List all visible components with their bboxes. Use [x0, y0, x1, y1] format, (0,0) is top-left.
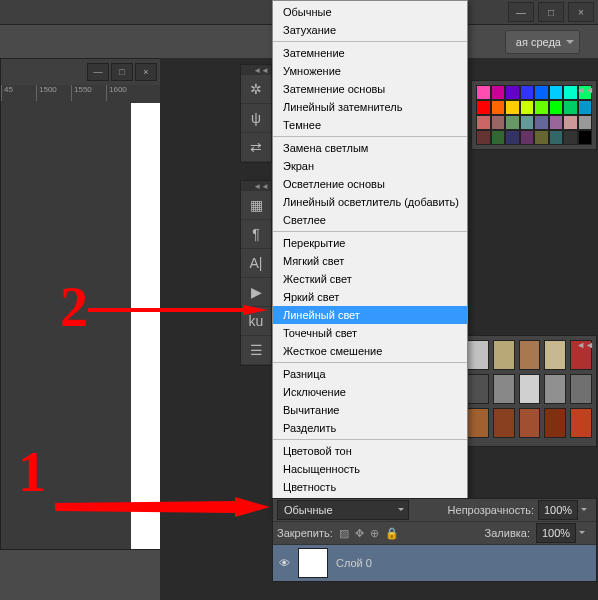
- blend-mode-item[interactable]: Точечный свет: [273, 324, 467, 342]
- blend-mode-item[interactable]: Линейный свет: [273, 306, 467, 324]
- lock-pixels-icon[interactable]: ▨: [339, 527, 349, 540]
- blend-mode-item[interactable]: Экран: [273, 157, 467, 175]
- blend-mode-item[interactable]: Умножение: [273, 62, 467, 80]
- swatch[interactable]: [549, 130, 564, 145]
- swatch[interactable]: [476, 85, 491, 100]
- blend-mode-item[interactable]: Насыщенность: [273, 460, 467, 478]
- swap-icon[interactable]: ⇄: [241, 133, 271, 162]
- swatch[interactable]: [578, 100, 593, 115]
- blend-mode-item[interactable]: Яркий свет: [273, 288, 467, 306]
- navigator-icon[interactable]: ✲: [241, 75, 271, 104]
- style-swatch[interactable]: [544, 340, 566, 370]
- blend-mode-item[interactable]: Перекрытие: [273, 234, 467, 252]
- blend-mode-item[interactable]: Затемнение основы: [273, 80, 467, 98]
- doc-minimize-button[interactable]: —: [87, 63, 109, 81]
- close-button[interactable]: ×: [568, 2, 594, 22]
- visibility-icon[interactable]: 👁: [279, 557, 290, 569]
- blend-mode-item[interactable]: Линейный затемнитель: [273, 98, 467, 116]
- properties-icon[interactable]: ▦: [241, 191, 271, 220]
- swatch[interactable]: [491, 130, 506, 145]
- swatch[interactable]: [476, 115, 491, 130]
- blend-mode-item[interactable]: Мягкий свет: [273, 252, 467, 270]
- blend-mode-item[interactable]: Обычные: [273, 3, 467, 21]
- canvas[interactable]: [131, 103, 161, 549]
- style-swatch[interactable]: [570, 408, 592, 438]
- swatch[interactable]: [534, 100, 549, 115]
- swatch[interactable]: [534, 115, 549, 130]
- strip-collapse[interactable]: ◄◄: [241, 65, 271, 75]
- swatch[interactable]: [563, 100, 578, 115]
- swatch[interactable]: [505, 115, 520, 130]
- blend-mode-item[interactable]: Разница: [273, 365, 467, 383]
- swatches-collapse[interactable]: ◄◄: [576, 85, 594, 95]
- style-swatch[interactable]: [467, 374, 489, 404]
- strip-collapse-2[interactable]: ◄◄: [241, 181, 271, 191]
- lock-move-icon[interactable]: ⊕: [370, 527, 379, 540]
- blend-mode-item[interactable]: Затухание: [273, 21, 467, 39]
- swatch[interactable]: [578, 115, 593, 130]
- blend-mode-item[interactable]: Затемнение: [273, 44, 467, 62]
- swatch[interactable]: [549, 100, 564, 115]
- swatch[interactable]: [520, 100, 535, 115]
- swatch[interactable]: [520, 130, 535, 145]
- blend-mode-item[interactable]: Линейный осветлитель (добавить): [273, 193, 467, 211]
- blend-mode-select[interactable]: Обычные: [277, 500, 409, 520]
- swatch[interactable]: [534, 85, 549, 100]
- blend-mode-item[interactable]: Светлее: [273, 211, 467, 229]
- blend-mode-item[interactable]: Разделить: [273, 419, 467, 437]
- layers-icon[interactable]: ☰: [241, 336, 271, 365]
- doc-maximize-button[interactable]: □: [111, 63, 133, 81]
- swatch[interactable]: [505, 130, 520, 145]
- brush-icon[interactable]: ψ: [241, 104, 271, 133]
- swatch[interactable]: [491, 85, 506, 100]
- swatch[interactable]: [491, 100, 506, 115]
- style-swatch[interactable]: [519, 340, 541, 370]
- style-swatch[interactable]: [467, 408, 489, 438]
- lock-all-icon[interactable]: 🔒: [385, 527, 399, 540]
- paragraph-icon[interactable]: ¶: [241, 220, 271, 249]
- swatch[interactable]: [578, 130, 593, 145]
- blend-mode-item[interactable]: Жесткое смешение: [273, 342, 467, 360]
- style-swatch[interactable]: [544, 408, 566, 438]
- swatch[interactable]: [563, 115, 578, 130]
- style-swatch[interactable]: [544, 374, 566, 404]
- swatch[interactable]: [549, 115, 564, 130]
- blend-mode-item[interactable]: Темнее: [273, 116, 467, 134]
- opacity-value[interactable]: 100%: [538, 500, 578, 520]
- style-swatch[interactable]: [493, 408, 515, 438]
- blend-mode-item[interactable]: Цветность: [273, 478, 467, 496]
- swatch[interactable]: [563, 130, 578, 145]
- style-swatch[interactable]: [467, 340, 489, 370]
- lock-position-icon[interactable]: ✥: [355, 527, 364, 540]
- swatch[interactable]: [476, 100, 491, 115]
- doc-close-button[interactable]: ×: [135, 63, 157, 81]
- style-swatch[interactable]: [519, 408, 541, 438]
- swatch[interactable]: [505, 100, 520, 115]
- swatch[interactable]: [534, 130, 549, 145]
- blend-mode-item[interactable]: Вычитание: [273, 401, 467, 419]
- maximize-button[interactable]: □: [538, 2, 564, 22]
- fill-value[interactable]: 100%: [536, 523, 576, 543]
- blend-mode-item[interactable]: Жесткий свет: [273, 270, 467, 288]
- swatch[interactable]: [520, 115, 535, 130]
- minimize-button[interactable]: —: [508, 2, 534, 22]
- style-swatch[interactable]: [493, 340, 515, 370]
- blend-mode-item[interactable]: Исключение: [273, 383, 467, 401]
- swatch[interactable]: [549, 85, 564, 100]
- swatch[interactable]: [505, 85, 520, 100]
- blend-mode-item[interactable]: Цветовой тон: [273, 442, 467, 460]
- style-swatch[interactable]: [493, 374, 515, 404]
- blend-mode-item[interactable]: Замена светлым: [273, 139, 467, 157]
- blend-mode-item[interactable]: Осветление основы: [273, 175, 467, 193]
- swatch[interactable]: [520, 85, 535, 100]
- layer-row[interactable]: 👁 Слой 0: [273, 544, 596, 581]
- swatch[interactable]: [491, 115, 506, 130]
- style-swatch[interactable]: [570, 374, 592, 404]
- workspace-selector[interactable]: ая среда: [505, 30, 580, 54]
- layer-thumbnail[interactable]: [298, 548, 328, 578]
- styles-collapse[interactable]: ◄◄: [576, 340, 594, 350]
- style-swatch[interactable]: [519, 374, 541, 404]
- swatch[interactable]: [476, 130, 491, 145]
- layer-name[interactable]: Слой 0: [336, 557, 372, 569]
- character-icon[interactable]: A|: [241, 249, 271, 278]
